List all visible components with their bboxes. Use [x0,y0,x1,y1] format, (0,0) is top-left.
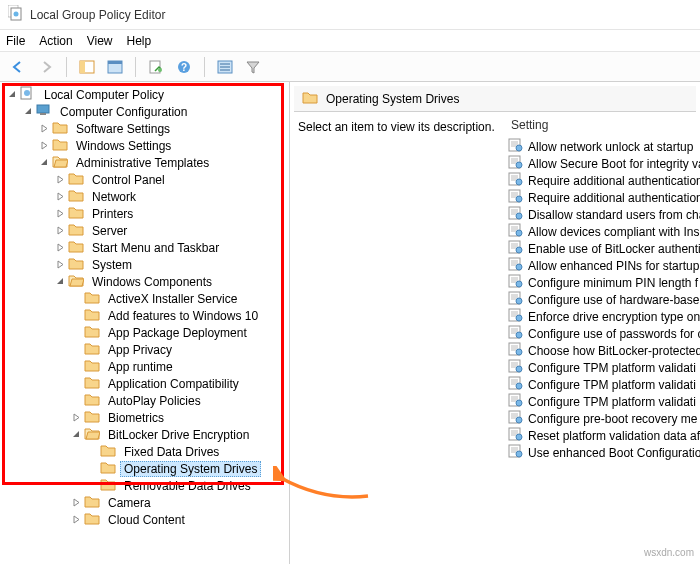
tree-item-apl[interactable]: AutoPlay Policies [0,392,289,409]
setting-item[interactable]: Use enhanced Boot Configuratio [508,444,700,461]
setting-label: Reset platform validation data af [528,429,700,443]
setting-label: Require additional authentication [528,174,700,188]
setting-item[interactable]: Allow devices compliant with Ins [508,223,700,240]
tree-computer-configuration[interactable]: Computer Configuration [0,103,289,120]
tree-item-smt[interactable]: Start Menu and Taskbar [0,239,289,256]
svg-point-13 [24,90,30,96]
setting-item[interactable]: Configure use of passwords for o [508,325,700,342]
policy-icon [20,86,40,103]
setting-item[interactable]: Choose how BitLocker-protected [508,342,700,359]
folder-icon [68,222,88,239]
setting-item[interactable]: Allow enhanced PINs for startup [508,257,700,274]
help-button[interactable]: ? [172,55,196,79]
expand-icon[interactable] [52,209,68,218]
menu-file[interactable]: File [6,34,25,48]
setting-label: Configure TPM platform validati [528,395,696,409]
setting-item[interactable]: Configure TPM platform validati [508,359,700,376]
tree-item-pr[interactable]: Printers [0,205,289,222]
setting-label: Allow network unlock at startup [528,140,693,154]
svg-point-35 [516,298,522,304]
svg-point-45 [516,383,522,389]
tree-item-ax[interactable]: ActiveX Installer Service [0,290,289,307]
setting-item[interactable]: Configure minimum PIN length f [508,274,700,291]
setting-icon [508,206,528,223]
setting-item[interactable]: Configure pre-boot recovery me [508,410,700,427]
svg-rect-6 [108,61,122,64]
expand-icon[interactable] [36,141,52,150]
tree-item-at[interactable]: Administrative Templates [0,154,289,171]
properties-button[interactable] [103,55,127,79]
tree-item-cld[interactable]: Cloud Content [0,511,289,528]
expand-icon[interactable] [52,243,68,252]
setting-item[interactable]: Reset platform validation data af [508,427,700,444]
setting-item[interactable]: Configure TPM platform validati [508,376,700,393]
folder-icon [52,137,72,154]
tree-label: Printers [88,207,137,221]
expand-icon[interactable] [68,413,84,422]
setting-item[interactable]: Configure TPM platform validati [508,393,700,410]
back-button[interactable] [6,55,30,79]
setting-icon [508,257,528,274]
setting-label: Configure TPM platform validati [528,361,696,375]
tree-item-art[interactable]: App runtime [0,358,289,375]
filter-options-button[interactable] [213,55,237,79]
svg-rect-4 [80,61,85,73]
tree-item-sys[interactable]: System [0,256,289,273]
setting-item[interactable]: Require additional authentication [508,172,700,189]
setting-item[interactable]: Configure use of hardware-based [508,291,700,308]
tree-item-sv[interactable]: Server [0,222,289,239]
tree-label: Windows Settings [72,139,175,153]
expand-icon[interactable] [68,498,84,507]
tree-pane[interactable]: Local Computer Policy Computer Configura… [0,82,290,564]
collapse-icon[interactable] [68,430,84,439]
tree-item-osd[interactable]: Operating System Drives [0,460,289,477]
tree-item-wc[interactable]: Windows Components [0,273,289,290]
tree-item-apv[interactable]: App Privacy [0,341,289,358]
expand-icon[interactable] [36,124,52,133]
setting-column-header[interactable]: Setting [508,118,700,132]
setting-item[interactable]: Disallow standard users from cha [508,206,700,223]
tree-item-af[interactable]: Add features to Windows 10 [0,307,289,324]
tree-item-fdd[interactable]: Fixed Data Drives [0,443,289,460]
setting-item[interactable]: Require additional authentication [508,189,700,206]
expand-icon[interactable] [52,192,68,201]
tree-root[interactable]: Local Computer Policy [0,86,289,103]
collapse-icon[interactable] [36,158,52,167]
tree-label: Fixed Data Drives [120,445,223,459]
tree-item-bde[interactable]: BitLocker Drive Encryption [0,426,289,443]
folder-icon [68,171,88,188]
setting-item[interactable]: Allow Secure Boot for integrity va [508,155,700,172]
tree-item-ss[interactable]: Software Settings [0,120,289,137]
menu-help[interactable]: Help [127,34,152,48]
svg-point-29 [516,247,522,253]
setting-icon [508,325,528,342]
expand-icon[interactable] [52,226,68,235]
tree-item-nw[interactable]: Network [0,188,289,205]
setting-item[interactable]: Enable use of BitLocker authentic [508,240,700,257]
tree-item-bio[interactable]: Biometrics [0,409,289,426]
collapse-icon[interactable] [20,107,36,116]
show-hide-tree-button[interactable] [75,55,99,79]
computer-icon [36,103,56,120]
expand-icon[interactable] [68,515,84,524]
menu-view[interactable]: View [87,34,113,48]
tree-item-acm[interactable]: Application Compatibility [0,375,289,392]
tree-item-ws[interactable]: Windows Settings [0,137,289,154]
setting-item[interactable]: Allow network unlock at startup [508,138,700,155]
expand-icon[interactable] [52,260,68,269]
tree-item-apd[interactable]: App Package Deployment [0,324,289,341]
menu-action[interactable]: Action [39,34,72,48]
tree-item-rdd[interactable]: Removable Data Drives [0,477,289,494]
collapse-icon[interactable] [4,90,20,99]
tree-item-cp[interactable]: Control Panel [0,171,289,188]
setting-item[interactable]: Enforce drive encryption type on [508,308,700,325]
export-button[interactable] [144,55,168,79]
collapse-icon[interactable] [52,277,68,286]
folder-icon [100,460,120,477]
folder-icon [84,409,104,426]
expand-icon[interactable] [52,175,68,184]
setting-label: Configure pre-boot recovery me [528,412,697,426]
tree-item-cam[interactable]: Camera [0,494,289,511]
filter-button[interactable] [241,55,265,79]
forward-button[interactable] [34,55,58,79]
